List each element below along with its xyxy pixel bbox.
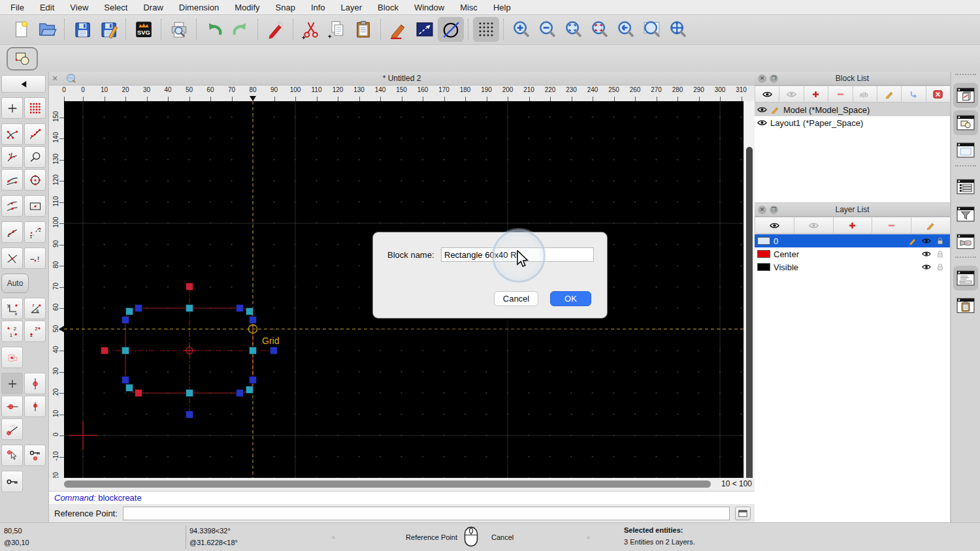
menu-draw[interactable]: Draw bbox=[143, 3, 163, 12]
minus-button[interactable] bbox=[872, 217, 911, 234]
undo-button[interactable] bbox=[201, 17, 227, 42]
selection-handle[interactable] bbox=[186, 305, 193, 312]
selection-handle[interactable] bbox=[122, 377, 129, 384]
paste-button[interactable] bbox=[350, 17, 376, 42]
relative-shape-button[interactable] bbox=[1, 347, 23, 368]
menu-block[interactable]: Block bbox=[378, 3, 399, 12]
menu-select[interactable]: Select bbox=[104, 3, 127, 12]
delete-button[interactable] bbox=[263, 17, 289, 42]
selection-handle[interactable] bbox=[135, 305, 142, 312]
selection-handle[interactable] bbox=[101, 347, 108, 354]
snap-cross-button[interactable] bbox=[1, 247, 23, 269]
toggle-blank-widget[interactable] bbox=[953, 138, 978, 163]
menu-info[interactable]: Info bbox=[311, 3, 325, 12]
coords-polar-button[interactable]: ra bbox=[24, 298, 46, 319]
block-tool-button[interactable] bbox=[7, 47, 38, 71]
selection-handle[interactable] bbox=[246, 386, 253, 394]
selection-handle[interactable] bbox=[237, 305, 244, 312]
key-button[interactable] bbox=[1, 471, 23, 492]
pointer-target-button[interactable] bbox=[1, 445, 23, 466]
toggle-torch-widget[interactable] bbox=[953, 229, 978, 254]
snap-exclaim-button[interactable]: ! bbox=[24, 247, 46, 269]
snap-middle-button[interactable] bbox=[1, 195, 23, 217]
selection-handle[interactable] bbox=[250, 317, 257, 324]
horizontal-scrollbar-thumb[interactable] bbox=[64, 480, 711, 488]
layer-list-row[interactable]: Center bbox=[755, 247, 950, 260]
print-preview-button[interactable] bbox=[166, 17, 192, 42]
panel-close-icon[interactable]: ✕ bbox=[758, 74, 766, 83]
minus-button[interactable] bbox=[828, 86, 853, 102]
toggle-library-widget[interactable] bbox=[953, 83, 978, 108]
toggle-list-widget[interactable] bbox=[953, 174, 978, 199]
copy-button[interactable] bbox=[324, 17, 350, 42]
order-b-button[interactable]: 21 bbox=[24, 321, 46, 342]
selection-handle[interactable] bbox=[246, 308, 253, 315]
selection-handle[interactable] bbox=[250, 347, 257, 354]
selection-handle[interactable] bbox=[186, 283, 193, 291]
auto-button[interactable]: Auto bbox=[1, 274, 29, 293]
snap-loupe-button[interactable] bbox=[24, 146, 46, 168]
rename-button[interactable]: a|b bbox=[853, 86, 877, 102]
export-svg-button[interactable]: SVG bbox=[131, 17, 157, 42]
selection-handle[interactable] bbox=[186, 411, 193, 418]
snap-on-entity-button[interactable] bbox=[24, 123, 46, 145]
menu-window[interactable]: Window bbox=[414, 3, 444, 12]
eye-button[interactable] bbox=[755, 217, 794, 234]
menu-file[interactable]: File bbox=[10, 3, 24, 12]
back-arrow-button[interactable] bbox=[1, 75, 46, 93]
selection-handle[interactable] bbox=[186, 390, 193, 397]
open-file-button[interactable] bbox=[34, 17, 60, 42]
menu-misc[interactable]: Misc bbox=[460, 3, 478, 12]
command-widget-button[interactable] bbox=[735, 507, 751, 520]
menu-modify[interactable]: Modify bbox=[235, 3, 259, 12]
menu-snap[interactable]: Snap bbox=[276, 3, 295, 12]
eye-off-button[interactable] bbox=[794, 217, 834, 234]
snap-center-button[interactable] bbox=[24, 169, 46, 191]
toggle-block-widget[interactable] bbox=[953, 110, 978, 135]
zoom-pan-button[interactable] bbox=[665, 17, 691, 42]
selection-handle[interactable] bbox=[250, 377, 257, 384]
restrict-a-button[interactable] bbox=[1, 221, 23, 243]
zoom-out-button[interactable] bbox=[534, 17, 561, 42]
selection-handle[interactable] bbox=[126, 308, 133, 315]
order-a-button[interactable]: 21 bbox=[1, 321, 23, 342]
command-input[interactable] bbox=[123, 507, 730, 520]
zoom-selected-button[interactable] bbox=[587, 17, 613, 42]
snap-distance-button[interactable] bbox=[24, 195, 46, 217]
block-list-row[interactable]: Layout1 (*Paper_Space) bbox=[755, 116, 950, 129]
insert-button[interactable] bbox=[901, 86, 926, 102]
snap-endpoint-button[interactable] bbox=[1, 123, 23, 145]
selection-handle[interactable] bbox=[126, 385, 133, 392]
panel-close-icon[interactable]: ✕ bbox=[758, 206, 766, 214]
snap-branch-button[interactable] bbox=[1, 146, 23, 168]
save-as-button[interactable] bbox=[95, 17, 122, 42]
eye-button[interactable] bbox=[755, 86, 779, 102]
new-file-button[interactable] bbox=[8, 17, 34, 42]
restrict-b-button[interactable]: 12 bbox=[24, 221, 46, 243]
pencil-button[interactable] bbox=[911, 217, 951, 234]
save-button[interactable] bbox=[69, 17, 95, 42]
selection-handle[interactable] bbox=[135, 390, 142, 397]
selection-handle[interactable] bbox=[237, 390, 244, 397]
panel-float-icon[interactable]: ❐ bbox=[770, 74, 778, 83]
zoom-in-button[interactable] bbox=[508, 17, 534, 42]
snap-tangent-button[interactable] bbox=[1, 169, 23, 191]
zoom-previous-button[interactable] bbox=[613, 17, 639, 42]
cut-button[interactable] bbox=[298, 17, 324, 42]
menu-dimension[interactable]: Dimension bbox=[179, 3, 219, 12]
panel-float-icon[interactable]: ❐ bbox=[770, 206, 778, 214]
ok-button[interactable]: OK bbox=[550, 291, 591, 306]
toggle-funnel-widget[interactable] bbox=[953, 202, 978, 227]
redo-button[interactable] bbox=[227, 17, 253, 42]
selection-handle[interactable] bbox=[122, 317, 129, 324]
menu-edit[interactable]: Edit bbox=[40, 3, 54, 12]
snap-free-button[interactable] bbox=[1, 97, 23, 119]
vertical-scrollbar-thumb[interactable] bbox=[746, 147, 753, 481]
cancel-button[interactable]: Cancel bbox=[494, 291, 538, 306]
menu-view[interactable]: View bbox=[70, 3, 88, 12]
horizontal-scrollbar[interactable]: 10 < 100 bbox=[49, 478, 755, 491]
zoom-window-button[interactable] bbox=[639, 17, 665, 42]
grid-toggle-button[interactable] bbox=[473, 17, 499, 42]
pencil-button[interactable] bbox=[877, 86, 902, 102]
zoom-auto-button[interactable] bbox=[561, 17, 587, 42]
